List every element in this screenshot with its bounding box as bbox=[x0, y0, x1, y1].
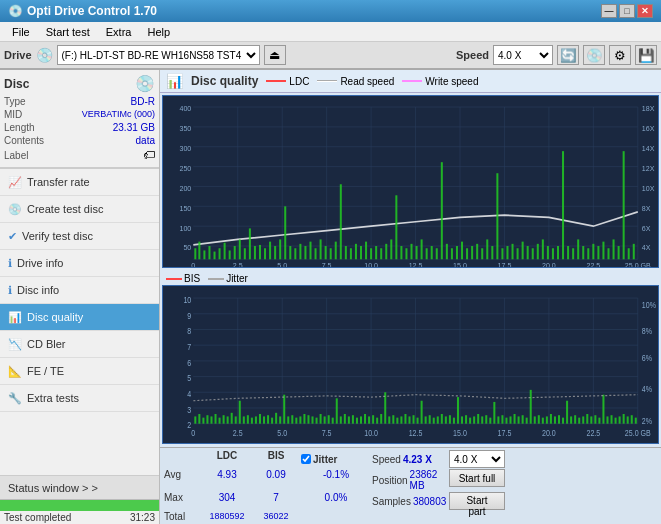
svg-rect-190 bbox=[243, 416, 245, 423]
svg-rect-111 bbox=[522, 242, 524, 260]
svg-rect-61 bbox=[269, 242, 271, 260]
menu-start-test[interactable]: Start test bbox=[38, 24, 98, 40]
svg-rect-226 bbox=[388, 416, 390, 423]
svg-rect-211 bbox=[328, 415, 330, 423]
menu-file[interactable]: File bbox=[4, 24, 38, 40]
nav-verify-test-disc[interactable]: ✔ Verify test disc bbox=[0, 223, 159, 250]
svg-rect-249 bbox=[481, 416, 483, 423]
jitter-checkbox-area[interactable]: Jitter bbox=[301, 450, 371, 468]
nav-cd-bler[interactable]: 📉 CD Bler bbox=[0, 331, 159, 358]
read-speed-legend-color bbox=[317, 80, 337, 82]
svg-text:8: 8 bbox=[187, 327, 191, 337]
disc-mid-value: VERBATIMc (000) bbox=[82, 109, 155, 120]
svg-text:4X: 4X bbox=[642, 243, 651, 252]
drive-select[interactable]: (F:) HL-DT-ST BD-RE WH16NS58 TST4 bbox=[57, 45, 260, 65]
save-button[interactable]: 💾 bbox=[635, 45, 657, 65]
svg-rect-238 bbox=[437, 416, 439, 423]
minimize-button[interactable]: — bbox=[601, 4, 617, 18]
svg-rect-180 bbox=[202, 418, 204, 424]
maximize-button[interactable]: □ bbox=[619, 4, 635, 18]
disc-length-label: Length bbox=[4, 122, 35, 133]
speed-select-stats[interactable]: 4.0 X bbox=[449, 450, 505, 468]
disc-label-row: Label 🏷 bbox=[4, 147, 155, 163]
svg-rect-88 bbox=[405, 248, 407, 259]
svg-rect-268 bbox=[558, 415, 560, 423]
nav-transfer-rate[interactable]: 📈 Transfer rate bbox=[0, 169, 159, 196]
svg-rect-286 bbox=[631, 415, 633, 423]
sidebar: Disc 💿 Type BD-R MID VERBATIMc (000) Len… bbox=[0, 70, 160, 524]
svg-text:17.5: 17.5 bbox=[498, 428, 512, 438]
svg-rect-234 bbox=[421, 401, 423, 424]
svg-rect-46 bbox=[194, 248, 196, 259]
svg-rect-284 bbox=[623, 414, 625, 424]
svg-rect-64 bbox=[284, 206, 286, 259]
svg-rect-120 bbox=[567, 246, 569, 259]
disc-panel-title: Disc bbox=[4, 77, 29, 91]
svg-text:5: 5 bbox=[187, 374, 191, 384]
samples-row: Samples 380803 bbox=[372, 492, 448, 510]
menu-extra[interactable]: Extra bbox=[98, 24, 140, 40]
settings-button[interactable]: ⚙ bbox=[609, 45, 631, 65]
svg-rect-110 bbox=[517, 248, 519, 259]
nav-create-test-disc[interactable]: 💿 Create test disc bbox=[0, 196, 159, 223]
svg-rect-54 bbox=[234, 246, 236, 259]
svg-text:25.0 GB: 25.0 GB bbox=[625, 428, 651, 438]
svg-rect-215 bbox=[344, 414, 346, 424]
menu-help[interactable]: Help bbox=[139, 24, 178, 40]
avg-label: Avg bbox=[164, 469, 202, 491]
start-part-button[interactable]: Start part bbox=[449, 492, 505, 510]
nav-fe-te[interactable]: 📐 FE / TE bbox=[0, 358, 159, 385]
svg-rect-201 bbox=[287, 416, 289, 423]
eject-button[interactable]: ⏏ bbox=[264, 45, 286, 65]
close-button[interactable]: ✕ bbox=[637, 4, 653, 18]
write-speed-legend-label: Write speed bbox=[425, 76, 478, 87]
svg-rect-264 bbox=[542, 418, 544, 424]
svg-rect-122 bbox=[577, 239, 579, 259]
svg-rect-227 bbox=[392, 415, 394, 423]
speed-select-toolbar[interactable]: 4.0 X bbox=[493, 45, 553, 65]
svg-text:4%: 4% bbox=[642, 385, 652, 395]
svg-rect-103 bbox=[481, 248, 483, 259]
svg-rect-235 bbox=[425, 416, 427, 423]
svg-rect-87 bbox=[400, 246, 402, 259]
burn-button[interactable]: 💿 bbox=[583, 45, 605, 65]
svg-rect-208 bbox=[316, 418, 318, 424]
nav-drive-info[interactable]: ℹ Drive info bbox=[0, 250, 159, 277]
svg-rect-186 bbox=[227, 416, 229, 423]
svg-rect-262 bbox=[534, 416, 536, 423]
svg-rect-104 bbox=[486, 239, 488, 259]
svg-rect-82 bbox=[375, 246, 377, 259]
svg-rect-242 bbox=[453, 418, 455, 424]
svg-text:20.0: 20.0 bbox=[542, 428, 556, 438]
svg-rect-221 bbox=[368, 416, 370, 423]
svg-rect-266 bbox=[550, 414, 552, 424]
jitter-checkbox[interactable] bbox=[301, 454, 311, 464]
transfer-rate-icon: 📈 bbox=[8, 176, 22, 189]
svg-text:10%: 10% bbox=[642, 300, 656, 310]
menu-bar: File Start test Extra Help bbox=[0, 22, 661, 42]
svg-rect-183 bbox=[215, 414, 217, 424]
svg-rect-202 bbox=[291, 415, 293, 423]
ldc-legend-color bbox=[266, 80, 286, 82]
svg-rect-48 bbox=[203, 250, 205, 259]
write-speed-legend-color bbox=[402, 80, 422, 82]
svg-text:4: 4 bbox=[187, 390, 192, 400]
svg-rect-107 bbox=[501, 248, 503, 259]
svg-rect-259 bbox=[522, 415, 524, 423]
svg-rect-112 bbox=[527, 246, 529, 259]
svg-rect-246 bbox=[469, 418, 471, 424]
nav-disc-info[interactable]: ℹ Disc info bbox=[0, 277, 159, 304]
svg-rect-77 bbox=[350, 248, 352, 259]
svg-rect-89 bbox=[411, 244, 413, 259]
svg-rect-116 bbox=[547, 246, 549, 259]
nav-disc-quality[interactable]: 📊 Disc quality bbox=[0, 304, 159, 331]
empty-header bbox=[164, 450, 202, 468]
start-full-button[interactable]: Start full bbox=[449, 469, 505, 487]
status-window-button[interactable]: Status window > > bbox=[0, 475, 159, 499]
bis-avg: 0.09 bbox=[252, 469, 300, 491]
svg-rect-92 bbox=[426, 248, 428, 259]
nav-extra-tests[interactable]: 🔧 Extra tests bbox=[0, 385, 159, 412]
svg-text:14X: 14X bbox=[642, 144, 655, 153]
refresh-button[interactable]: 🔄 bbox=[557, 45, 579, 65]
svg-rect-206 bbox=[307, 415, 309, 423]
